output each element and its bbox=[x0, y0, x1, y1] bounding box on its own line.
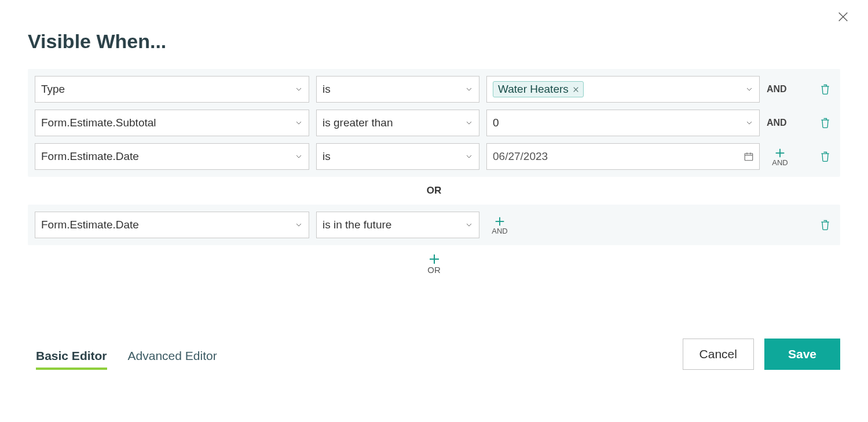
condition-row: Form.Estimate.Date is 06/27/2023 bbox=[35, 143, 833, 170]
field-select-value: Form.Estimate.Date bbox=[41, 219, 139, 231]
value-multiselect[interactable]: Water Heaters bbox=[486, 76, 760, 103]
chevron-down-icon bbox=[464, 85, 474, 94]
condition-group: Form.Estimate.Date is in the future AND bbox=[28, 205, 840, 245]
value-tag-label: Water Heaters bbox=[498, 83, 569, 96]
add-or-label: OR bbox=[427, 265, 441, 275]
tab-advanced-editor[interactable]: Advanced Editor bbox=[128, 349, 217, 370]
add-and-label: AND bbox=[772, 158, 788, 167]
and-joiner-label: AND bbox=[767, 84, 793, 94]
value-date-input[interactable]: 06/27/2023 bbox=[486, 143, 760, 170]
chevron-down-icon bbox=[464, 118, 474, 128]
tag-remove-icon[interactable] bbox=[572, 86, 580, 93]
operator-select-value: is bbox=[323, 83, 331, 96]
field-select-value: Form.Estimate.Date bbox=[41, 150, 139, 163]
operator-select-value: is bbox=[323, 150, 331, 163]
operator-select[interactable]: is bbox=[316, 143, 479, 170]
chevron-down-icon bbox=[464, 152, 474, 161]
field-select[interactable]: Type bbox=[35, 76, 309, 103]
operator-select[interactable]: is in the future bbox=[316, 212, 479, 238]
add-and-button[interactable]: AND bbox=[486, 215, 513, 235]
cancel-button[interactable]: Cancel bbox=[683, 339, 754, 370]
field-select-value: Type bbox=[41, 83, 65, 96]
condition-row: Type is Water Heaters bbox=[35, 76, 833, 103]
field-select[interactable]: Form.Estimate.Date bbox=[35, 143, 309, 170]
operator-select-value: is in the future bbox=[323, 219, 391, 231]
chevron-down-icon bbox=[745, 118, 754, 128]
modal-title: Visible When... bbox=[28, 30, 840, 53]
chevron-down-icon bbox=[294, 152, 303, 161]
add-and-button[interactable]: AND bbox=[767, 147, 793, 167]
delete-row-button[interactable] bbox=[817, 148, 833, 165]
field-select[interactable]: Form.Estimate.Subtotal bbox=[35, 110, 309, 136]
value-select[interactable]: 0 bbox=[486, 110, 760, 136]
chevron-down-icon bbox=[745, 85, 754, 94]
modal-footer: Basic Editor Advanced Editor Cancel Save bbox=[28, 339, 840, 370]
delete-row-button[interactable] bbox=[817, 217, 833, 233]
chevron-down-icon bbox=[294, 220, 303, 230]
field-select[interactable]: Form.Estimate.Date bbox=[35, 212, 309, 238]
chevron-down-icon bbox=[294, 85, 303, 94]
footer-buttons: Cancel Save bbox=[683, 339, 840, 370]
value-select-value: 0 bbox=[493, 117, 499, 129]
svg-rect-4 bbox=[745, 154, 753, 161]
add-or-button[interactable]: OR bbox=[417, 252, 452, 275]
value-tag: Water Heaters bbox=[493, 81, 584, 97]
field-select-value: Form.Estimate.Subtotal bbox=[41, 117, 156, 129]
delete-row-button[interactable] bbox=[817, 115, 833, 131]
add-and-label: AND bbox=[492, 227, 507, 235]
value-date-text: 06/27/2023 bbox=[493, 150, 548, 163]
or-separator: OR bbox=[28, 185, 840, 197]
chevron-down-icon bbox=[464, 220, 474, 230]
operator-select-value: is greater than bbox=[323, 117, 393, 129]
chevron-down-icon bbox=[294, 118, 303, 128]
close-icon[interactable] bbox=[837, 10, 853, 27]
and-joiner-label: AND bbox=[767, 118, 793, 128]
visible-when-modal: Visible When... Type is Water Heaters bbox=[0, 0, 868, 393]
condition-group: Type is Water Heaters bbox=[28, 69, 840, 177]
delete-row-button[interactable] bbox=[817, 81, 833, 97]
tab-basic-editor[interactable]: Basic Editor bbox=[36, 349, 107, 370]
condition-row: Form.Estimate.Subtotal is greater than 0… bbox=[35, 110, 833, 136]
save-button[interactable]: Save bbox=[764, 339, 840, 370]
operator-select[interactable]: is greater than bbox=[316, 110, 479, 136]
calendar-icon bbox=[744, 151, 754, 162]
condition-row: Form.Estimate.Date is in the future AND bbox=[35, 212, 833, 238]
operator-select[interactable]: is bbox=[316, 76, 479, 103]
editor-tabs: Basic Editor Advanced Editor bbox=[36, 349, 217, 370]
